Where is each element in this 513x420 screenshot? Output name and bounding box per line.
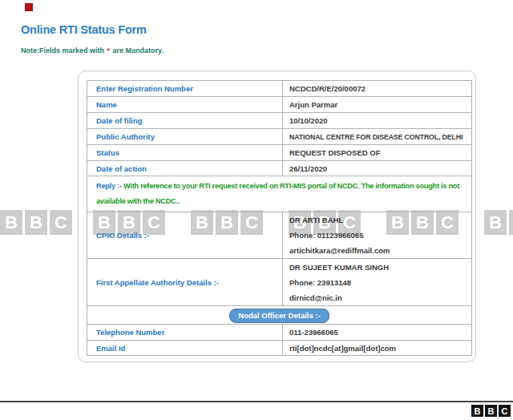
faa-email: dirnicd@nic.in	[289, 290, 471, 305]
public-authority-label: Public Authority	[87, 129, 283, 145]
status-value: REQUEST DISPOSED OF	[283, 145, 472, 161]
rti-status-page: Online RTI Status Form Note:Fields marke…	[0, 0, 513, 420]
bbc-logo: BBC	[471, 405, 511, 417]
name-label: Name	[87, 97, 283, 113]
row-telephone-number: Telephone Number 011-23966065	[87, 325, 472, 341]
bbc-watermark-letter: B	[25, 210, 47, 235]
telephone-number-label: Telephone Number	[87, 325, 283, 341]
bbc-watermark-letter: C	[50, 210, 72, 235]
row-email-id: Email Id rti[dot]ncdc[at]gmail[dot]com	[87, 341, 472, 356]
email-id-value: rti[dot]ncdc[at]gmail[dot]com	[283, 341, 472, 356]
bbc-watermark: BBC	[0, 210, 72, 235]
row-date-of-filing: Date of filing 10/10/2020	[87, 113, 472, 129]
page-title: Online RTI Status Form	[21, 23, 147, 36]
date-of-filing-value: 10/10/2020	[283, 113, 472, 129]
bbc-watermark-letter: B	[509, 210, 513, 235]
date-of-action-value: 26/11/2020	[283, 161, 472, 176]
bbc-watermark-letter: B	[484, 210, 507, 235]
bbc-watermark-letter: B	[0, 210, 22, 235]
date-of-action-label: Date of action	[87, 161, 283, 176]
bbc-logo-letter: B	[471, 405, 483, 417]
row-first-appellate-authority: First Appellate Authority Details :- DR …	[87, 259, 472, 306]
public-authority-value: NATIONAL CENTRE FOR DISEASE CONTROL, DEL…	[283, 129, 472, 145]
cpio-details-value: DR ARTI BAHL Phone: 01123966065 artichit…	[283, 212, 472, 259]
red-marker	[25, 3, 33, 11]
note-suffix: are Mandatory.	[111, 46, 164, 55]
mandatory-note: Note:Fields marked with * are Mandatory.	[21, 46, 164, 55]
rti-status-table: Enter Registration Number NCDCD/R/E/20/0…	[87, 80, 472, 356]
email-id-label: Email Id	[87, 341, 283, 356]
faa-phone: Phone: 23913148	[289, 275, 471, 290]
date-of-filing-label: Date of filing	[87, 113, 283, 129]
telephone-number-value: 011-23966065	[283, 325, 472, 341]
registration-number-label: Enter Registration Number	[87, 81, 283, 97]
status-label: Status	[87, 145, 283, 161]
first-appellate-authority-value: DR SUJEET KUMAR SINGH Phone: 23913148 di…	[283, 259, 472, 306]
note-prefix: Note:Fields marked with	[21, 46, 107, 55]
name-value: Arjun Parmar	[283, 97, 472, 113]
nodal-officer-cell: Nodal Officer Details :-	[87, 306, 472, 325]
row-date-of-action: Date of action 26/11/2020	[87, 161, 472, 176]
row-public-authority: Public Authority NATIONAL CENTRE FOR DIS…	[87, 129, 472, 145]
footer-divider	[0, 401, 513, 402]
cpio-phone: Phone: 01123966065	[289, 228, 471, 243]
bbc-logo-letter: B	[485, 405, 497, 417]
reply-text: With reference to your RTI request recei…	[96, 182, 459, 205]
nodal-officer-details-button[interactable]: Nodal Officer Details :-	[229, 309, 329, 323]
row-registration-number: Enter Registration Number NCDCD/R/E/20/0…	[87, 81, 472, 97]
row-cpio-details: CPIO Details :- DR ARTI BAHL Phone: 0112…	[87, 212, 472, 259]
row-status: Status REQUEST DISPOSED OF	[87, 145, 472, 161]
row-nodal-officer: Nodal Officer Details :-	[87, 306, 472, 325]
reply-label: Reply :-	[96, 182, 122, 190]
row-reply: Reply :- With reference to your RTI requ…	[87, 176, 472, 212]
cpio-email: artichitkara@rediffmail.com	[289, 243, 471, 258]
cpio-name: DR ARTI BAHL	[289, 212, 471, 228]
bbc-logo-letter: C	[499, 405, 511, 417]
first-appellate-authority-label: First Appellate Authority Details :-	[87, 259, 283, 306]
registration-number-value: NCDCD/R/E/20/00072	[283, 81, 472, 97]
cpio-details-label: CPIO Details :-	[87, 212, 283, 259]
reply-cell: Reply :- With reference to your RTI requ…	[87, 176, 472, 212]
faa-name: DR SUJEET KUMAR SINGH	[289, 260, 471, 275]
row-name: Name Arjun Parmar	[87, 97, 472, 113]
bbc-watermark: BBC	[484, 210, 513, 235]
